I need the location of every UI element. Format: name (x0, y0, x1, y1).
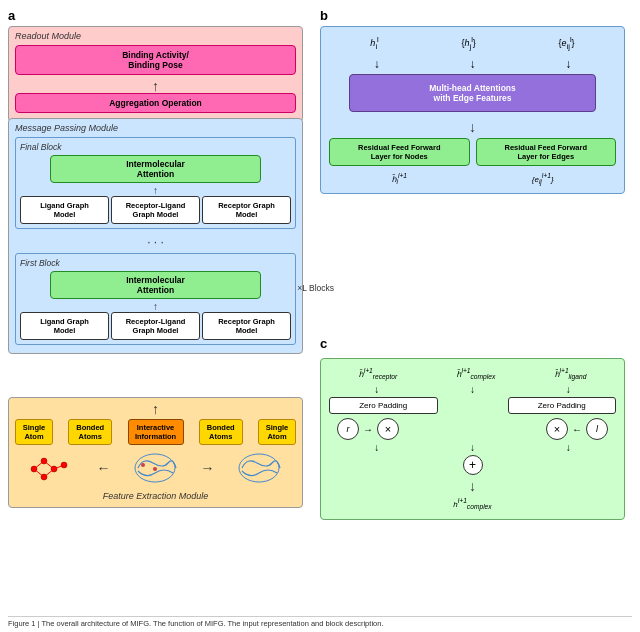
first-receptor-ligand-graph: Receptor-LigandGraph Model (111, 312, 200, 340)
first-ligand-graph: Ligand GraphModel (20, 312, 109, 340)
zeropad-left: Zero Padding (329, 397, 438, 414)
arrow-3: ↑ (20, 302, 291, 312)
c-arr-left: → (363, 424, 373, 435)
receptor-molecule-svg (128, 449, 183, 487)
final-block: Final Block IntermolecularAttention ↑ Li… (15, 137, 296, 229)
receptor2-molecule-svg (232, 449, 287, 487)
c-arr3: ↓ (566, 384, 571, 395)
readout-module: Readout Module Binding Activity/Binding … (8, 26, 303, 122)
svg-point-12 (153, 467, 157, 471)
arr-b3: ↓ (565, 57, 571, 71)
final-receptor-ligand-graph: Receptor-LigandGraph Model (111, 196, 200, 224)
b-header-hi: hil (370, 35, 378, 51)
arrow-2: ↑ (20, 186, 291, 196)
feature-atoms-row: SingleAtom BondedAtoms InteractiveInform… (15, 419, 296, 445)
c-in-ligand: h̃l+1ligand (554, 367, 586, 380)
arrow-down-1: ↑ (15, 79, 296, 93)
feedforward-edges: Residual Feed ForwardLayer for Edges (476, 138, 617, 166)
c-arr7: ↓ (329, 479, 616, 493)
c-arr1: ↓ (374, 384, 379, 395)
b-out-hi: h̃il+1 (391, 172, 407, 185)
c-in-complex: h̃l+1complex (456, 367, 495, 380)
bonded-atoms-left: BondedAtoms (68, 419, 112, 445)
c-input-row: h̃l+1receptor h̃l+1complex h̃l+1ligand (329, 367, 616, 380)
final-block-label: Final Block (20, 142, 291, 152)
first-attention-box: IntermolecularAttention (50, 271, 261, 299)
single-atom-left: SingleAtom (15, 419, 53, 445)
dots: · · · (15, 233, 296, 251)
binding-box: Binding Activity/Binding Pose (15, 45, 296, 75)
multihead-attention-box: Multi-head Attentionswith Edge Features (349, 74, 596, 112)
final-attention-box: IntermolecularAttention (50, 155, 261, 183)
c-arr4: ↓ (374, 442, 379, 453)
svg-line-6 (44, 461, 54, 469)
arr-b1: ↓ (374, 57, 380, 71)
plus-circle: + (463, 455, 483, 475)
c-in-receptor: h̃l+1receptor (359, 367, 398, 380)
first-block: First Block IntermolecularAttention ↑ Li… (15, 253, 296, 345)
zeropad-right: Zero Padding (508, 397, 617, 414)
c-plus-row: + (329, 455, 616, 475)
panel-b-content: hil {hjl} {eijl} ↓ ↓ ↓ Multi-head Attent… (320, 26, 625, 194)
svg-point-13 (239, 454, 279, 482)
bonded-atoms-right: BondedAtoms (199, 419, 243, 445)
xl-container: ×L Blocks First Block IntermolecularAtte… (15, 253, 296, 345)
ligand-molecule-svg (24, 449, 79, 487)
feature-module: ↑ SingleAtom BondedAtoms InteractiveInfo… (8, 397, 303, 508)
arr-b2: ↓ (469, 57, 475, 71)
svg-point-11 (141, 463, 145, 467)
c-arr5: ↓ (470, 442, 475, 453)
b-header-eij: {eijl} (559, 35, 575, 51)
b-header-row: hil {hjl} {eijl} (329, 35, 616, 51)
multiply-right: × (546, 418, 568, 440)
svg-line-8 (34, 469, 44, 477)
circle-r: r (337, 418, 359, 440)
c-arrows1: ↓ ↓ ↓ (329, 384, 616, 395)
arr-b4: ↓ (329, 120, 616, 134)
circle-l: l (586, 418, 608, 440)
b-output-row: h̃il+1 {eijl+1} (329, 172, 616, 185)
c-zeropad-row: Zero Padding Zero Padding (329, 397, 616, 414)
final-ligand-graph: Ligand GraphModel (20, 196, 109, 224)
first-block-label: First Block (20, 258, 291, 268)
panel-c: h̃l+1receptor h̃l+1complex h̃l+1ligand ↓… (320, 340, 630, 580)
svg-line-5 (34, 461, 44, 469)
c-circles-row: r → × × ← l (329, 418, 616, 440)
c-arr2: ↓ (470, 384, 475, 395)
readout-module-label: Readout Module (15, 31, 296, 41)
c-arrows2: ↓ ↓ ↓ (329, 442, 616, 453)
multiply-left: × (377, 418, 399, 440)
panel-c-content: h̃l+1receptor h̃l+1complex h̃l+1ligand ↓… (320, 358, 625, 520)
c-arr6: ↓ (566, 442, 571, 453)
interactive-info: InteractiveInformation (128, 419, 184, 445)
c-right-side: × ← l (546, 418, 608, 440)
svg-line-7 (44, 469, 54, 477)
single-atom-right: SingleAtom (258, 419, 296, 445)
b-feedforward-row: Residual Feed ForwardLayer for Nodes Res… (329, 138, 616, 166)
arrow-4: ↑ (15, 402, 296, 416)
final-receptor-graph: Receptor GraphModel (202, 196, 291, 224)
mol-arrow-right: → (201, 460, 215, 476)
final-graph-row: Ligand GraphModel Receptor-LigandGraph M… (20, 196, 291, 224)
first-graph-row: Ligand GraphModel Receptor-LigandGraph M… (20, 312, 291, 340)
b-out-eij: {eijl+1} (532, 172, 554, 185)
panel-a: Readout Module Binding Activity/Binding … (8, 8, 308, 588)
c-spacer (458, 397, 488, 414)
mol-arrow-left: ← (96, 460, 110, 476)
c-left-side: r → × (337, 418, 399, 440)
aggregation-box: Aggregation Operation (15, 93, 296, 113)
message-passing-module: Message Passing Module Final Block Inter… (8, 118, 303, 354)
molecule-row: ← → (15, 449, 296, 487)
b-arrows-up: ↓ ↓ ↓ (329, 57, 616, 71)
first-receptor-graph: Receptor GraphModel (202, 312, 291, 340)
message-module-label: Message Passing Module (15, 123, 296, 133)
figure-caption: Figure 1 | The overall architecture of M… (8, 616, 632, 628)
b-header-hj: {hjl} (461, 35, 475, 51)
c-output-label: hl+1complex (329, 497, 616, 510)
c-arr-right: ← (572, 424, 582, 435)
feature-module-label: Feature Extraction Module (15, 491, 296, 501)
feedforward-nodes: Residual Feed ForwardLayer for Nodes (329, 138, 470, 166)
